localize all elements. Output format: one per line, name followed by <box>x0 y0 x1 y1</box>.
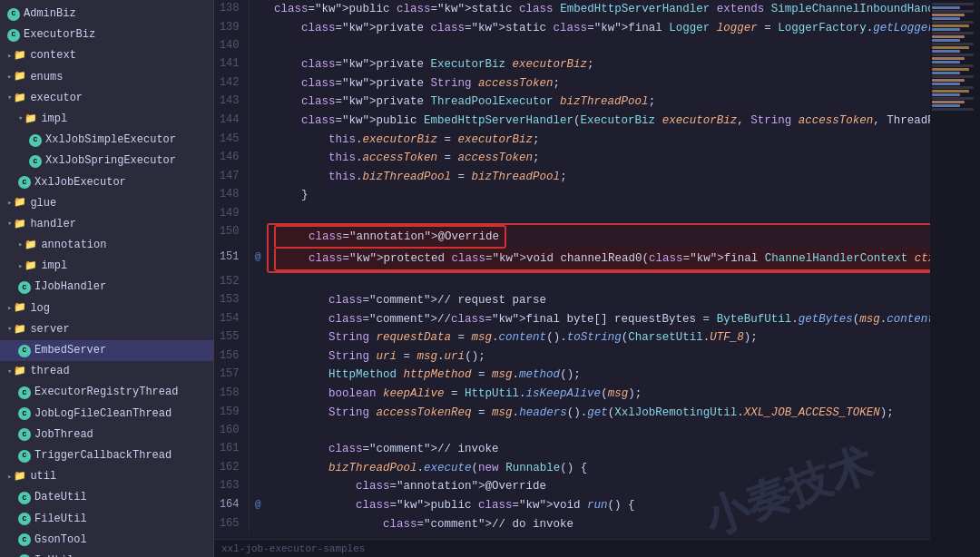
sidebar-item-util[interactable]: ▸📁util <box>0 466 213 487</box>
code-content: this.bizThreadPool = bizThreadPool; <box>267 168 930 187</box>
code-line-row: 144 class="kw">public EmbedHttpServerHan… <box>214 112 930 131</box>
sidebar-item-ijob-handler[interactable]: CIJobHandler <box>0 277 213 298</box>
line-number: 149 <box>214 205 249 223</box>
sidebar-label: server <box>30 321 69 338</box>
sidebar-label: enums <box>30 69 63 86</box>
java-file-icon: C <box>29 134 42 147</box>
gutter-cell <box>249 347 267 366</box>
code-content: class="kw">protected class="kw">void cha… <box>267 249 930 273</box>
sidebar-item-executor-biz[interactable]: CExecutorBiz <box>0 24 213 45</box>
arrow-icon: ▾ <box>18 112 23 125</box>
code-line-row: 151@ class="kw">protected class="kw">voi… <box>214 249 930 273</box>
sidebar-item-impl2[interactable]: ▸📁impl <box>0 256 213 277</box>
sidebar-item-trigger-callback[interactable]: CTriggerCallbackThread <box>0 445 213 466</box>
line-number: 158 <box>214 385 249 404</box>
minimap-line <box>932 83 960 85</box>
sidebar-item-context[interactable]: ▸📁context <box>0 45 213 66</box>
code-content <box>267 37 930 55</box>
code-line-row: 143 class="kw">private ThreadPoolExecuto… <box>214 93 930 112</box>
line-number: 150 <box>214 223 249 249</box>
gutter-cell <box>249 205 267 223</box>
sidebar-item-annotation[interactable]: ▸📁annotation <box>0 235 213 256</box>
line-number: 148 <box>214 186 249 205</box>
sidebar-label: impl <box>41 258 67 275</box>
folder-icon: 📁 <box>14 300 26 317</box>
arrow-icon: ▸ <box>18 260 23 273</box>
code-table: 138class="kw">public class="kw">static c… <box>214 0 930 533</box>
sidebar-item-xxl-job-simple[interactable]: CXxlJobSimpleExecutor <box>0 130 213 151</box>
gutter-cell <box>249 459 267 478</box>
gutter-cell <box>249 112 267 131</box>
sidebar-item-exec-registry[interactable]: CExecutorRegistryThread <box>0 382 213 403</box>
minimap-line <box>932 57 965 60</box>
file-tree[interactable]: CAdminBizCExecutorBiz▸📁context▸📁enums▾📁e… <box>0 0 214 557</box>
gutter-cell <box>249 149 267 168</box>
sidebar-item-impl[interactable]: ▾📁impl <box>0 109 213 130</box>
sidebar-item-embed-server[interactable]: CEmbedServer <box>0 340 213 361</box>
gutter-cell <box>249 366 267 385</box>
java-file-icon: C <box>29 155 42 168</box>
minimap-line <box>932 10 974 13</box>
sidebar-item-ip-util[interactable]: CIpUtil <box>0 551 213 557</box>
minimap-line <box>932 101 965 103</box>
minimap-line <box>932 50 960 53</box>
sidebar-item-glue[interactable]: ▸📁glue <box>0 193 213 214</box>
sidebar-item-file-util[interactable]: CFileUtil <box>0 509 213 530</box>
sidebar-item-gson-tool[interactable]: CGsonTool <box>0 530 213 551</box>
sidebar-item-enums[interactable]: ▸📁enums <box>0 67 213 88</box>
folder-icon: 📁 <box>14 48 26 64</box>
sidebar-label: thread <box>30 363 69 380</box>
sidebar-item-executor[interactable]: ▾📁executor <box>0 88 213 109</box>
code-content: bizThreadPool.execute(new Runnable() { <box>267 459 930 478</box>
java-file-icon: C <box>18 428 31 441</box>
code-content: class="kw">private class="kw">static cla… <box>267 19 930 38</box>
line-number: 143 <box>214 93 249 112</box>
sidebar-label: util <box>30 468 56 485</box>
sidebar-label: GsonTool <box>34 532 87 549</box>
line-number: 159 <box>214 404 249 423</box>
sidebar-item-job-thread[interactable]: CJobThread <box>0 425 213 445</box>
gutter-cell <box>249 93 267 112</box>
sidebar-label: XxlJobSimpleExecutor <box>45 132 176 149</box>
folder-icon: 📁 <box>14 69 26 85</box>
minimap-line <box>932 104 960 107</box>
sidebar-item-job-log-file[interactable]: CJobLogFileCleanThread <box>0 404 213 425</box>
code-line-row: 155 String requestData = msg.content().t… <box>214 328 930 347</box>
code-line-row: 156 String uri = msg.uri(); <box>214 347 930 366</box>
sidebar-item-handler[interactable]: ▾📁handler <box>0 214 213 235</box>
minimap-line <box>932 24 969 27</box>
sidebar-label: JobLogFileCleanThread <box>34 406 172 423</box>
code-content: class="comment">// request parse <box>267 291 930 310</box>
sidebar-item-admin-biz[interactable]: CAdminBiz <box>0 4 213 24</box>
line-number: 138 <box>214 0 249 19</box>
java-file-icon: C <box>7 8 20 21</box>
sidebar-item-log[interactable]: ▸📁log <box>0 298 213 319</box>
code-line-row: 153 class="comment">// request parse <box>214 291 930 310</box>
sidebar-item-date-util[interactable]: CDateUtil <box>0 487 213 508</box>
minimap <box>930 0 980 557</box>
line-number: 153 <box>214 291 249 310</box>
folder-icon: 📁 <box>14 195 26 211</box>
gutter-cell: @ <box>249 496 267 515</box>
java-file-icon: C <box>18 450 31 463</box>
folder-icon: 📁 <box>24 112 37 128</box>
minimap-line <box>932 86 974 89</box>
sidebar-label: JobThread <box>34 426 93 444</box>
folder-icon: 📁 <box>14 322 26 338</box>
code-content: } <box>267 186 930 205</box>
gutter-cell <box>249 291 267 310</box>
sidebar-item-thread[interactable]: ▾📁thread <box>0 361 213 382</box>
code-line-row: 141 class="kw">private ExecutorBiz execu… <box>214 55 930 74</box>
code-line-row: 140 <box>214 37 930 55</box>
code-scroll-area[interactable]: 138class="kw">public class="kw">static c… <box>214 0 930 539</box>
arrow-icon: ▸ <box>7 197 12 210</box>
sidebar-item-xxl-job-executor[interactable]: CXxlJobExecutor <box>0 172 213 193</box>
minimap-line <box>932 97 974 100</box>
code-line-row: 148 } <box>214 186 930 205</box>
sidebar-item-xxl-job-spring[interactable]: CXxlJobSpringExecutor <box>0 151 213 171</box>
arrow-icon: ▾ <box>7 218 12 230</box>
minimap-line <box>932 68 969 71</box>
sidebar-label: DateUtil <box>34 489 87 506</box>
sidebar-item-server[interactable]: ▾📁server <box>0 319 213 340</box>
arrow-icon: ▸ <box>7 302 12 315</box>
